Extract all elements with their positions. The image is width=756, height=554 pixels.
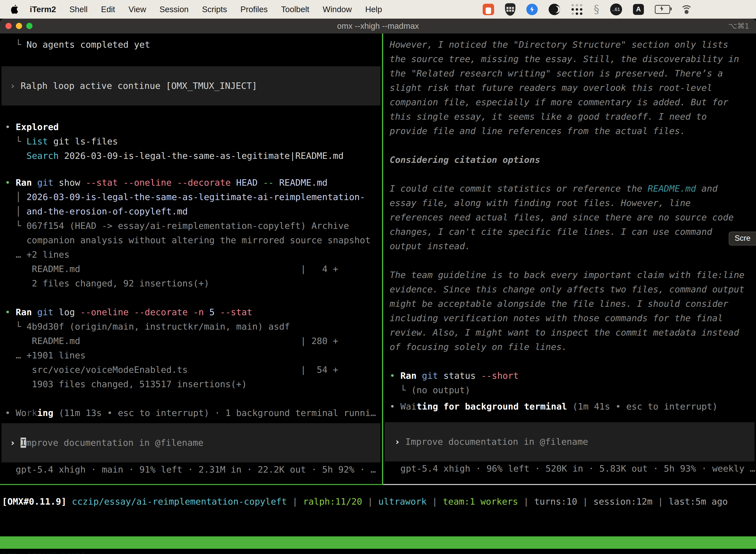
omx-segment: | <box>287 496 303 507</box>
terminal-line: • Explored <box>0 120 382 134</box>
menu-iterm2[interactable]: iTerm2 <box>30 5 56 14</box>
terminal-line <box>383 254 756 268</box>
terminal-line: references need actual files, and since … <box>383 210 756 225</box>
terminal-line: might be acceptable alongside the file l… <box>383 296 756 311</box>
menubar-status-icons: § ..61 A <box>483 0 692 19</box>
menu-toolbelt[interactable]: Toolbelt <box>281 5 309 14</box>
omx-segment: turns:10 <box>534 496 577 507</box>
terminal-line: Search 2026-03-09-is-legal-the-same-as-l… <box>0 149 382 163</box>
terminal-line <box>0 391 382 406</box>
terminal-line <box>383 354 756 369</box>
window-titlebar: omx --xhigh --madmax ⌥⌘1 <box>0 19 756 34</box>
terminal-line: provide file and line references from th… <box>383 124 756 138</box>
terminal-line: including verification notes with those … <box>383 311 756 325</box>
omx-segment: session:12m <box>593 496 652 507</box>
omx-segment: cczip/essay/ai-reimplementation-copyleft <box>72 496 287 507</box>
menu-edit[interactable]: Edit <box>101 5 115 14</box>
wifi-icon[interactable] <box>681 5 692 14</box>
terminal-line: 1903 files changed, 513517 insertions(+) <box>0 377 382 391</box>
moon-icon[interactable] <box>549 4 560 15</box>
terminal-line: └ List git ls-files <box>0 134 382 149</box>
terminal-line: essay file, along with finding root file… <box>383 196 756 210</box>
terminal-line: gpt-5.4 xhigh · main · 91% left · 2.31M … <box>0 462 382 477</box>
terminal-line <box>383 138 756 153</box>
chat-icon[interactable] <box>483 4 494 15</box>
terminal-line: However, I noticed the "Directory Struct… <box>383 38 756 52</box>
dots-grid-icon[interactable] <box>571 3 583 15</box>
omx-status-bar: [OMX#0.11.9] cczip/essay/ai-reimplementa… <box>2 494 728 509</box>
terminal-line: … +2 lines <box>0 247 382 262</box>
battery-percent-icon[interactable]: ..61 <box>610 3 622 15</box>
terminal-line: • Waiting for background terminal (1m 41… <box>383 399 756 414</box>
terminal-line: └ No agents completed yet <box>0 38 382 52</box>
terminal-line: src/voice/voiceModeEnabled.ts | 54 + <box>0 363 382 377</box>
tmux-session-name[interactable]: [omx-cczip0:bash* <box>2 549 86 554</box>
pane-border-bottom-inactive <box>383 484 756 485</box>
terminal-line: this single essay, it seems like a good … <box>383 109 756 124</box>
terminal-line: changes, I can't cite specific file line… <box>383 225 756 239</box>
notification-toast[interactable]: Scre <box>729 232 756 245</box>
terminal-line: › Improve documentation in @filename <box>388 435 755 449</box>
command-input[interactable]: › Improve documentation in @filename <box>385 422 755 461</box>
terminal-line: › Improve documentation in @filename <box>5 436 380 450</box>
terminal-line: Considering citation options <box>383 153 756 167</box>
terminal-line: slight risk that future readers may over… <box>383 81 756 95</box>
omx-segment: last:5m ago <box>669 496 728 507</box>
terminal-line: └ (no output) <box>383 383 756 397</box>
window-shortcut: ⌥⌘1 <box>728 19 749 34</box>
terminal-line: README.md | 4 + <box>0 262 382 276</box>
terminal-line <box>0 291 382 305</box>
apple-menu-icon[interactable] <box>11 5 18 14</box>
terminal-line: • Ran git show --stat --oneline --decora… <box>0 175 382 190</box>
terminal-line: README.md | 280 + <box>0 334 382 348</box>
menu-profiles[interactable]: Profiles <box>240 5 268 14</box>
menu-shell[interactable]: Shell <box>69 5 87 14</box>
terminal-line: the source tree, missing the essay. Stil… <box>383 52 756 66</box>
terminal-line: The team guideline is to back every impo… <box>383 268 756 282</box>
menu-session[interactable]: Session <box>160 5 189 14</box>
menu-help[interactable]: Help <box>365 5 382 14</box>
menu-items: ShellEditViewSessionScriptsProfilesToolb… <box>69 5 396 14</box>
terminal-line <box>383 167 756 181</box>
terminal-line: … +1901 lines <box>0 348 382 363</box>
terminal-line: • Ran git status --short <box>383 369 756 383</box>
omx-segment: | <box>427 496 443 507</box>
menu-bar: iTerm2 ShellEditViewSessionScriptsProfil… <box>0 0 756 19</box>
omx-segment: ultrawork <box>378 496 427 507</box>
battery-icon[interactable] <box>655 5 670 14</box>
terminal-line: │ and-the-erosion-of-copyleft.md <box>0 204 382 219</box>
terminal-line: └ 4b9d30f (origin/main, instructkr/main,… <box>0 320 382 334</box>
terminal-line: evidence. Since this change only affects… <box>383 282 756 296</box>
tmux-pane-left[interactable]: └ No agents completed yet › Ralph loop a… <box>0 34 382 484</box>
squiggle-icon[interactable]: § <box>594 3 599 16</box>
terminal-line <box>0 52 382 66</box>
command-input[interactable]: › Improve documentation in @filename <box>1 423 380 462</box>
terminal-line: I could cite commit statistics or refere… <box>383 181 756 196</box>
terminal-line <box>0 106 382 120</box>
shield-icon[interactable] <box>505 3 515 16</box>
terminal-line: │ 2026-03-09-is-legal-the-same-as-legiti… <box>0 190 382 204</box>
terminal: └ No agents completed yet › Ralph loop a… <box>0 34 756 485</box>
inject-prompt[interactable]: › Ralph loop active continue [OMX_TMUX_I… <box>1 66 380 106</box>
terminal-line: companion file, especially if more comme… <box>383 95 756 109</box>
sync-icon[interactable] <box>526 4 538 15</box>
window-title: omx --xhigh --madmax <box>0 19 756 34</box>
menu-scripts[interactable]: Scripts <box>202 5 227 14</box>
terminal-line: • Ran git log --oneline --decorate -n 5 … <box>0 305 382 320</box>
tmux-pane-right[interactable]: However, I noticed the "Directory Struct… <box>383 34 756 484</box>
terminal-line: the "Related research writing" section i… <box>383 66 756 81</box>
input-source-icon[interactable]: A <box>633 4 644 15</box>
terminal-line: 2 files changed, 92 insertions(+) <box>0 276 382 291</box>
pane-border-bottom-active <box>0 484 383 485</box>
terminal-line: • Working (11m 13s • esc to interrupt) ·… <box>0 406 382 420</box>
terminal-line: › Ralph loop active continue [OMX_TMUX_I… <box>5 79 380 93</box>
terminal-line: output instead. <box>383 239 756 254</box>
tmux-status-bar: [omx-cczip0:bash* "MacBook-Pro-44.local"… <box>0 536 756 549</box>
omx-segment: | <box>362 496 378 507</box>
terminal-line: companion analysis without altering the … <box>0 233 382 247</box>
terminal-line: gpt-5.4 xhigh · 96% left · 520K in · 5.8… <box>383 461 756 476</box>
menu-view[interactable]: View <box>128 5 146 14</box>
omx-segment: | <box>652 496 669 507</box>
menu-window[interactable]: Window <box>323 5 352 14</box>
omx-segment: | <box>518 496 534 507</box>
